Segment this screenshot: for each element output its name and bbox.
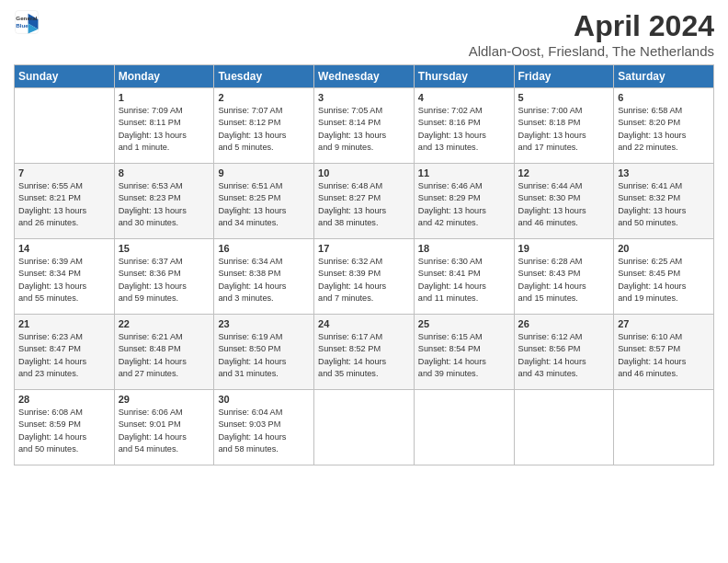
day-number: 28 [18,394,110,405]
day-cell: 24Sunrise: 6:17 AMSunset: 8:52 PMDayligh… [314,315,415,390]
title-month: April 2024 [469,9,714,43]
day-cell: 22Sunrise: 6:21 AMSunset: 8:48 PMDayligh… [114,315,214,390]
day-number: 20 [618,243,710,254]
day-number: 3 [318,92,410,103]
calendar-table: Sunday Monday Tuesday Wednesday Thursday… [14,64,714,465]
day-number: 29 [119,394,210,405]
col-friday: Friday [514,65,614,88]
col-thursday: Thursday [414,65,514,88]
title-block: April 2024 Aldlan-Oost, Friesland, The N… [469,9,714,59]
day-info: Sunrise: 7:09 AMSunset: 8:11 PMDaylight:… [119,105,210,154]
day-cell: 14Sunrise: 6:39 AMSunset: 8:34 PMDayligh… [15,239,115,315]
day-info: Sunrise: 6:08 AMSunset: 8:59 PMDaylight:… [18,407,110,455]
title-location: Aldlan-Oost, Friesland, The Netherlands [469,43,714,59]
day-info: Sunrise: 6:58 AMSunset: 8:20 PMDaylight:… [618,105,710,154]
day-number: 24 [318,318,410,329]
day-cell: 15Sunrise: 6:37 AMSunset: 8:36 PMDayligh… [114,239,214,315]
col-wednesday: Wednesday [314,65,415,88]
day-number: 17 [318,243,410,254]
day-info: Sunrise: 7:00 AMSunset: 8:18 PMDaylight:… [518,105,610,154]
day-number: 5 [518,92,610,103]
day-cell: 2Sunrise: 7:07 AMSunset: 8:12 PMDaylight… [214,88,314,164]
week-row-2: 14Sunrise: 6:39 AMSunset: 8:34 PMDayligh… [15,239,714,315]
day-cell: 11Sunrise: 6:46 AMSunset: 8:29 PMDayligh… [414,164,514,239]
day-cell: 19Sunrise: 6:28 AMSunset: 8:43 PMDayligh… [514,239,614,315]
logo: General Blue [14,9,40,35]
day-cell: 12Sunrise: 6:44 AMSunset: 8:30 PMDayligh… [514,164,614,239]
day-number: 8 [119,167,210,178]
day-number: 30 [218,394,310,405]
day-info: Sunrise: 6:46 AMSunset: 8:29 PMDaylight:… [418,180,510,229]
day-cell: 16Sunrise: 6:34 AMSunset: 8:38 PMDayligh… [214,239,314,315]
day-info: Sunrise: 6:30 AMSunset: 8:41 PMDaylight:… [418,256,510,304]
calendar-body: 1Sunrise: 7:09 AMSunset: 8:11 PMDaylight… [15,88,714,465]
day-number: 26 [518,318,610,329]
day-cell: 3Sunrise: 7:05 AMSunset: 8:14 PMDaylight… [314,88,415,164]
day-cell: 18Sunrise: 6:30 AMSunset: 8:41 PMDayligh… [414,239,514,315]
day-number: 10 [318,167,410,178]
day-cell [414,390,514,465]
day-info: Sunrise: 6:44 AMSunset: 8:30 PMDaylight:… [518,180,610,229]
day-info: Sunrise: 6:15 AMSunset: 8:54 PMDaylight:… [418,331,510,380]
day-cell [514,390,614,465]
day-cell: 5Sunrise: 7:00 AMSunset: 8:18 PMDaylight… [514,88,614,164]
day-number: 23 [218,318,310,329]
day-number: 12 [518,167,610,178]
day-info: Sunrise: 6:34 AMSunset: 8:38 PMDaylight:… [218,256,310,304]
header-row: Sunday Monday Tuesday Wednesday Thursday… [15,65,714,88]
day-info: Sunrise: 6:37 AMSunset: 8:36 PMDaylight:… [119,256,210,304]
col-sunday: Sunday [15,65,115,88]
day-number: 9 [218,167,310,178]
day-info: Sunrise: 6:53 AMSunset: 8:23 PMDaylight:… [119,180,210,229]
day-number: 4 [418,92,510,103]
day-cell: 9Sunrise: 6:51 AMSunset: 8:25 PMDaylight… [214,164,314,239]
day-cell: 20Sunrise: 6:25 AMSunset: 8:45 PMDayligh… [614,239,714,315]
day-cell: 28Sunrise: 6:08 AMSunset: 8:59 PMDayligh… [15,390,115,465]
day-number: 19 [518,243,610,254]
week-row-3: 21Sunrise: 6:23 AMSunset: 8:47 PMDayligh… [15,315,714,390]
day-info: Sunrise: 6:23 AMSunset: 8:47 PMDaylight:… [18,331,110,380]
day-info: Sunrise: 6:41 AMSunset: 8:32 PMDaylight:… [618,180,710,229]
day-info: Sunrise: 6:17 AMSunset: 8:52 PMDaylight:… [318,331,410,380]
day-info: Sunrise: 6:06 AMSunset: 9:01 PMDaylight:… [119,407,210,455]
day-number: 22 [119,318,210,329]
day-cell: 1Sunrise: 7:09 AMSunset: 8:11 PMDaylight… [114,88,214,164]
day-cell: 13Sunrise: 6:41 AMSunset: 8:32 PMDayligh… [614,164,714,239]
day-number: 11 [418,167,510,178]
day-number: 27 [618,318,710,329]
svg-text:Blue: Blue [16,22,28,29]
day-info: Sunrise: 7:07 AMSunset: 8:12 PMDaylight:… [218,105,310,154]
col-tuesday: Tuesday [214,65,314,88]
week-row-4: 28Sunrise: 6:08 AMSunset: 8:59 PMDayligh… [15,390,714,465]
day-cell: 29Sunrise: 6:06 AMSunset: 9:01 PMDayligh… [114,390,214,465]
day-info: Sunrise: 6:21 AMSunset: 8:48 PMDaylight:… [119,331,210,380]
day-number: 15 [119,243,210,254]
day-number: 14 [18,243,110,254]
day-number: 16 [218,243,310,254]
day-cell: 8Sunrise: 6:53 AMSunset: 8:23 PMDaylight… [114,164,214,239]
day-cell: 10Sunrise: 6:48 AMSunset: 8:27 PMDayligh… [314,164,415,239]
day-number: 1 [119,92,210,103]
day-info: Sunrise: 6:04 AMSunset: 9:03 PMDaylight:… [218,407,310,455]
day-info: Sunrise: 6:28 AMSunset: 8:43 PMDaylight:… [518,256,610,304]
day-info: Sunrise: 6:12 AMSunset: 8:56 PMDaylight:… [518,331,610,380]
svg-text:General: General [16,15,37,21]
day-cell: 7Sunrise: 6:55 AMSunset: 8:21 PMDaylight… [15,164,115,239]
day-cell [314,390,415,465]
day-cell: 21Sunrise: 6:23 AMSunset: 8:47 PMDayligh… [15,315,115,390]
day-cell: 4Sunrise: 7:02 AMSunset: 8:16 PMDaylight… [414,88,514,164]
day-cell: 23Sunrise: 6:19 AMSunset: 8:50 PMDayligh… [214,315,314,390]
day-info: Sunrise: 6:51 AMSunset: 8:25 PMDaylight:… [218,180,310,229]
day-number: 13 [618,167,710,178]
day-cell: 26Sunrise: 6:12 AMSunset: 8:56 PMDayligh… [514,315,614,390]
header: General Blue April 2024 Aldlan-Oost, Fri… [14,9,714,59]
day-info: Sunrise: 7:05 AMSunset: 8:14 PMDaylight:… [318,105,410,154]
day-number: 7 [18,167,110,178]
day-number: 18 [418,243,510,254]
day-cell: 17Sunrise: 6:32 AMSunset: 8:39 PMDayligh… [314,239,415,315]
day-cell [614,390,714,465]
day-cell: 27Sunrise: 6:10 AMSunset: 8:57 PMDayligh… [614,315,714,390]
col-saturday: Saturday [614,65,714,88]
day-cell: 30Sunrise: 6:04 AMSunset: 9:03 PMDayligh… [214,390,314,465]
day-info: Sunrise: 6:48 AMSunset: 8:27 PMDaylight:… [318,180,410,229]
